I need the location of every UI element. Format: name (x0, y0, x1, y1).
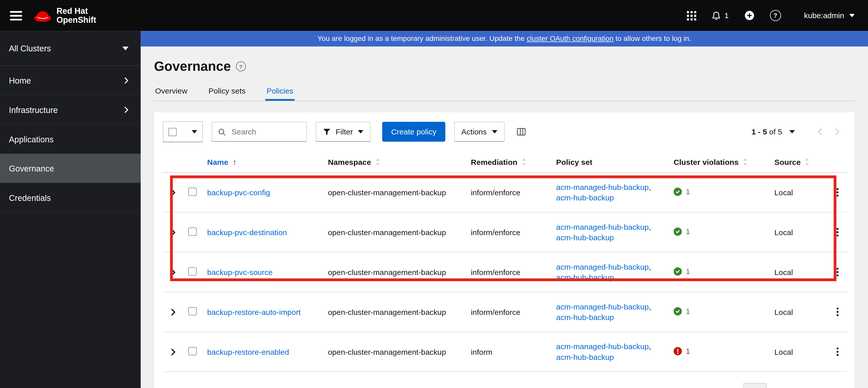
row-kebab-menu-button[interactable] (832, 345, 843, 359)
sidebar-item-label: Applications (9, 134, 54, 143)
column-header-remediation[interactable]: Remediation (466, 149, 552, 172)
banner-text-after: to allow others to log in. (614, 34, 691, 42)
violations-count-link[interactable]: 1 (686, 307, 690, 316)
previous-page-button[interactable] (811, 128, 829, 135)
policy-set-link[interactable]: acm-managed-hub-backup (556, 222, 649, 231)
remediation-cell: inform/enforce (466, 172, 552, 213)
user-menu-label: kube:admin (804, 11, 844, 20)
policy-set-link[interactable]: acm-managed-hub-backup (556, 262, 649, 271)
policy-name-link[interactable]: backup-pvc-source (207, 268, 273, 277)
current-page-input[interactable] (743, 383, 767, 388)
brand-line2: OpenShift (57, 15, 96, 25)
expand-row-button[interactable] (167, 266, 179, 278)
kebab-icon (837, 307, 839, 317)
question-circle-icon: ? (770, 10, 781, 21)
brand-line1: Red Hat (57, 7, 96, 15)
expand-row-button[interactable] (167, 346, 179, 358)
tab-policy-sets[interactable]: Policy sets (208, 87, 247, 101)
policy-set-link[interactable]: acm-managed-hub-backup (556, 342, 649, 351)
source-cell: Local (770, 212, 828, 252)
oauth-configuration-link[interactable]: cluster OAuth configuration (527, 34, 614, 42)
pagination-of: of 5 (769, 127, 782, 136)
row-kebab-menu-button[interactable] (832, 225, 843, 239)
policy-set-link[interactable]: acm-hub-backup (556, 272, 614, 282)
policy-set-link[interactable]: acm-hub-backup (556, 193, 614, 202)
actions-dropdown[interactable]: Actions (454, 122, 504, 141)
next-page-button[interactable] (829, 128, 846, 135)
chevron-right-icon (170, 268, 176, 276)
sidebar-item-label: Governance (9, 164, 54, 173)
row-kebab-menu-button[interactable] (832, 305, 843, 319)
bulk-select-dropdown[interactable] (163, 121, 203, 142)
check-circle-icon (674, 307, 682, 315)
help-button[interactable]: ? (770, 10, 781, 21)
column-header-cluster-violations[interactable]: Cluster violations (669, 149, 770, 172)
policy-name-link[interactable]: backup-pvc-destination (207, 228, 287, 237)
add-button[interactable] (744, 10, 754, 21)
row-checkbox[interactable] (188, 267, 196, 275)
policy-name-link[interactable]: backup-pvc-config (207, 188, 270, 197)
sidebar-item-credentials[interactable]: Credentials (0, 183, 141, 213)
columns-icon (517, 127, 526, 136)
row-checkbox[interactable] (188, 347, 196, 355)
cluster-selector[interactable]: All Clusters (0, 31, 141, 66)
caret-down-icon (789, 130, 795, 133)
namespace-cell: open-cluster-management-backup (323, 172, 466, 213)
row-checkbox[interactable] (188, 227, 196, 235)
app-launcher-button[interactable] (687, 11, 696, 20)
row-kebab-menu-button[interactable] (832, 185, 843, 199)
sidebar-item-infrastructure[interactable]: Infrastructure (0, 95, 141, 125)
expand-row-button[interactable] (167, 226, 179, 238)
sidebar-item-home[interactable]: Home (0, 66, 141, 95)
create-policy-button[interactable]: Create policy (382, 122, 445, 141)
check-circle-icon (674, 227, 682, 235)
chevron-right-icon (124, 77, 128, 84)
policy-set-link[interactable]: acm-hub-backup (556, 352, 614, 361)
bulk-select-checkbox[interactable] (168, 128, 177, 136)
manage-columns-button[interactable] (516, 126, 527, 137)
policy-set-link[interactable]: acm-hub-backup (556, 312, 614, 321)
policies-table: Name↑ Namespace Remediation Policy set (163, 149, 847, 372)
policy-set-link[interactable]: acm-hub-backup (556, 233, 614, 242)
row-checkbox[interactable] (188, 187, 196, 196)
notifications-button[interactable]: 1 (712, 11, 729, 20)
policy-set-header-label: Policy set (556, 158, 593, 167)
search-input[interactable] (230, 127, 301, 137)
violations-count-link[interactable]: 1 (686, 227, 690, 236)
kebab-column-header (828, 149, 847, 172)
violations-count-link[interactable]: 1 (686, 187, 690, 196)
sort-both-icon (375, 158, 380, 165)
brand-logo: Red Hat OpenShift (33, 7, 96, 24)
notification-count: 1 (724, 11, 729, 20)
table-row: backup-pvc-config open-cluster-managemen… (163, 172, 847, 213)
kebab-icon (837, 188, 839, 197)
column-header-name[interactable]: Name↑ (203, 149, 323, 172)
violations-count-link[interactable]: 1 (686, 347, 690, 356)
nav-toggle-button[interactable] (10, 11, 22, 20)
masthead-toolbar: 1 ? kube:admin (687, 10, 855, 21)
violations-count-link[interactable]: 1 (686, 267, 690, 276)
tab-policies[interactable]: Policies (266, 87, 294, 101)
sidebar-item-governance[interactable]: Governance (0, 154, 141, 183)
column-header-policy-set[interactable]: Policy set (552, 149, 669, 172)
row-kebab-menu-button[interactable] (832, 265, 843, 279)
column-header-source[interactable]: Source (770, 149, 828, 172)
table-row: backup-pvc-destination open-cluster-mana… (163, 212, 847, 252)
expand-row-button[interactable] (167, 186, 179, 199)
policy-set-link[interactable]: acm-managed-hub-backup (556, 302, 649, 311)
sidebar-item-applications[interactable]: Applications (0, 125, 141, 154)
pagination-options-toggle[interactable] (787, 130, 797, 133)
expand-row-button[interactable] (167, 306, 179, 318)
policy-name-link[interactable]: backup-restore-auto-import (207, 308, 301, 317)
column-header-namespace[interactable]: Namespace (323, 149, 466, 172)
name-header-label[interactable]: Name (207, 158, 228, 167)
row-checkbox[interactable] (188, 307, 196, 315)
kebab-icon (837, 347, 839, 357)
filter-dropdown[interactable]: Filter (316, 122, 371, 141)
table-header-row: Name↑ Namespace Remediation Policy set (163, 149, 847, 172)
policy-name-link[interactable]: backup-restore-enabled (207, 347, 289, 356)
policy-set-link[interactable]: acm-managed-hub-backup (556, 183, 649, 191)
user-menu-button[interactable]: kube:admin (804, 11, 855, 20)
page-help-icon[interactable]: ? (236, 61, 246, 71)
tab-overview[interactable]: Overview (154, 87, 188, 101)
